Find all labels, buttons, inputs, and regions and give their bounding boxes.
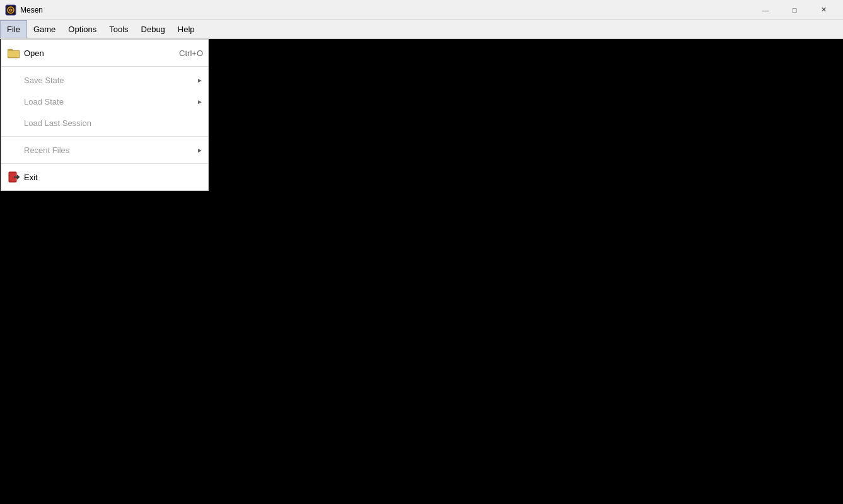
svg-point-3 (10, 9, 11, 11)
svg-rect-6 (8, 51, 19, 57)
separator-2 (1, 136, 208, 137)
open-label: Open (24, 49, 166, 58)
save-state-arrow: ► (197, 77, 203, 84)
open-shortcut: Ctrl+O (179, 49, 203, 58)
save-state-icon-placeholder (6, 72, 21, 88)
menu-exit[interactable]: Exit (1, 166, 208, 188)
menu-load-state[interactable]: Load State ► (1, 91, 208, 112)
menu-help[interactable]: Help (172, 20, 201, 38)
exit-label: Exit (24, 173, 203, 182)
menu-game[interactable]: Game (27, 20, 62, 38)
menu-open[interactable]: Open Ctrl+O (1, 42, 208, 64)
app-title: Mesen (20, 6, 751, 14)
separator-1 (1, 66, 208, 67)
load-state-arrow: ► (197, 98, 203, 105)
menu-save-state[interactable]: Save State ► (1, 69, 208, 91)
load-state-icon-placeholder (6, 94, 21, 109)
recent-files-label: Recent Files (24, 146, 197, 155)
load-state-label: Load State (24, 97, 197, 106)
menu-bar: File Open Ctrl+O Save Sta (0, 20, 843, 39)
app-icon (5, 4, 16, 16)
menu-file-label: File (7, 25, 20, 34)
file-dropdown: Open Ctrl+O Save State ► Load State ► Lo… (1, 39, 209, 191)
title-bar: Mesen — □ ✕ (0, 0, 843, 20)
menu-tools[interactable]: Tools (103, 20, 134, 38)
menu-options-label: Options (68, 25, 96, 34)
save-state-label: Save State (24, 76, 197, 85)
load-last-session-label: Load Last Session (24, 118, 203, 128)
maximize-button[interactable]: □ (780, 0, 809, 20)
menu-file[interactable]: File Open Ctrl+O Save Sta (0, 20, 27, 38)
menu-debug-label: Debug (141, 25, 165, 34)
menu-help-label: Help (178, 25, 195, 34)
close-button[interactable]: ✕ (809, 0, 838, 20)
menu-tools-label: Tools (109, 25, 128, 34)
folder-icon (6, 45, 21, 60)
minimize-button[interactable]: — (751, 0, 780, 20)
recent-files-icon-placeholder (6, 142, 21, 158)
window-controls: — □ ✕ (751, 0, 838, 20)
recent-files-arrow: ► (197, 147, 203, 154)
separator-3 (1, 163, 208, 164)
exit-icon (6, 169, 21, 185)
menu-recent-files[interactable]: Recent Files ► (1, 139, 208, 161)
menu-load-last-session[interactable]: Load Last Session (1, 112, 208, 134)
menu-options[interactable]: Options (62, 20, 103, 38)
menu-game-label: Game (33, 25, 55, 34)
load-last-session-icon-placeholder (6, 115, 21, 130)
app-icon-svg (5, 4, 16, 16)
menu-debug[interactable]: Debug (135, 20, 172, 38)
